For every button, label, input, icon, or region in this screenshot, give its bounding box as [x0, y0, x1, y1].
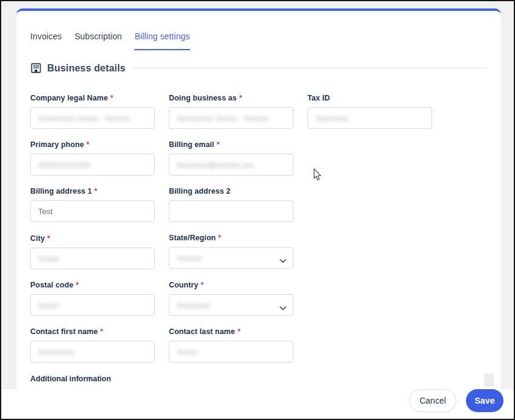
redacted-value: Xxxxxxxxx Xxxxx - Xxxxxx	[38, 114, 130, 123]
redacted-value: Xxxxx	[38, 301, 59, 310]
field-state-region: State/Region* Xxxxxx	[169, 234, 294, 269]
additional-information-label: Additional information	[30, 375, 111, 383]
field-billing-address-1: Billing address 1* Test	[30, 187, 155, 222]
redacted-value: Xxxxxxxx	[315, 114, 348, 123]
required-asterisk: *	[94, 187, 97, 195]
state-region-label: State/Region	[169, 234, 216, 242]
field-contact-first-name: Contact first name* Xxxxxxxxx	[30, 327, 155, 363]
field-billing-email: Billing email* xxxxxxxx@xxxxxx.xxx	[169, 140, 294, 176]
company-legal-name-input[interactable]: Xxxxxxxxx Xxxxx - Xxxxxx	[30, 107, 155, 129]
footer-bar: Cancel Save	[1, 389, 514, 419]
redacted-value: Xxxxxxxxx Xxxxx - Xxxxxx	[177, 114, 269, 123]
chevron-down-icon	[280, 256, 286, 265]
required-asterisk: *	[239, 94, 242, 102]
state-region-select[interactable]: Xxxxxx	[169, 247, 294, 269]
redacted-value: XXXXXXXXXX	[38, 160, 91, 169]
required-asterisk: *	[237, 327, 240, 336]
redacted-value: Xxxxxxxxx	[38, 347, 75, 356]
redacted-value: Xxxxxxxx	[177, 301, 209, 310]
save-button[interactable]: Save	[466, 389, 504, 412]
contact-first-name-input[interactable]: Xxxxxxxxx	[30, 341, 155, 363]
billing-email-label: Billing email	[169, 140, 214, 149]
billing-address-1-input[interactable]: Test	[30, 200, 155, 222]
contact-first-name-label: Contact first name	[30, 327, 98, 336]
primary-phone-input[interactable]: XXXXXXXXXX	[30, 154, 155, 176]
tab-bar: Invoices Subscription Billing settings	[30, 31, 190, 50]
field-primary-phone: Primary phone* XXXXXXXXXX	[30, 140, 155, 176]
billing-address-1-label: Billing address 1	[30, 187, 92, 195]
section-title: Business details	[47, 63, 125, 74]
section-divider	[133, 68, 487, 68]
company-legal-name-label: Company legal Name	[30, 94, 108, 102]
city-label: City	[30, 234, 45, 243]
contact-last-name-label: Contact last name	[169, 327, 235, 336]
required-asterisk: *	[201, 281, 204, 289]
required-asterisk: *	[218, 234, 221, 242]
field-doing-business-as: Doing business as* Xxxxxxxxx Xxxxx - Xxx…	[169, 94, 294, 129]
chevron-down-icon	[280, 303, 286, 312]
primary-phone-label: Primary phone	[30, 140, 84, 149]
redacted-value: Xxxxx	[38, 254, 59, 263]
doing-business-as-label: Doing business as	[169, 94, 237, 102]
redacted-value: Xxxxxx	[177, 254, 202, 263]
contact-last-name-input[interactable]: Xxxxx	[169, 341, 294, 363]
tab-billing-settings[interactable]: Billing settings	[134, 31, 189, 50]
building-icon	[30, 62, 42, 74]
scrollbar-thumb[interactable]	[484, 373, 494, 387]
tab-invoices[interactable]: Invoices	[30, 31, 62, 50]
redacted-value: Xxxxx	[177, 347, 198, 356]
field-company-legal-name: Company legal Name* Xxxxxxxxx Xxxxx - Xx…	[30, 94, 155, 129]
tax-id-input[interactable]: Xxxxxxxx	[307, 107, 432, 129]
required-asterisk: *	[100, 327, 103, 336]
field-postal-code: Postal code* Xxxxx	[30, 281, 155, 316]
required-asterisk: *	[217, 140, 220, 149]
required-asterisk: *	[76, 281, 79, 289]
field-billing-address-2: Billing address 2	[169, 187, 294, 222]
tab-subscription[interactable]: Subscription	[74, 31, 122, 50]
required-asterisk: *	[47, 234, 50, 243]
country-label: Country	[169, 281, 198, 289]
billing-address-2-label: Billing address 2	[169, 187, 231, 195]
billing-email-input[interactable]: xxxxxxxx@xxxxxx.xxx	[169, 154, 294, 176]
doing-business-as-input[interactable]: Xxxxxxxxx Xxxxx - Xxxxxx	[169, 107, 294, 129]
field-tax-id: Tax ID Xxxxxxxx	[307, 94, 432, 129]
field-country: Country* Xxxxxxxx	[169, 281, 294, 316]
redacted-value: xxxxxxxx@xxxxxx.xxx	[177, 160, 254, 169]
field-city: City* Xxxxx	[30, 234, 155, 269]
required-asterisk: *	[87, 140, 90, 149]
country-select[interactable]: Xxxxxxxx	[169, 294, 294, 316]
postal-code-input[interactable]: Xxxxx	[30, 294, 155, 316]
input-value: Test	[38, 207, 53, 216]
cancel-button[interactable]: Cancel	[409, 389, 456, 412]
required-asterisk: *	[110, 94, 113, 102]
billing-settings-screen: Invoices Subscription Billing settings B…	[0, 0, 515, 420]
field-contact-last-name: Contact last name* Xxxxx	[169, 327, 294, 363]
tax-id-label: Tax ID	[307, 94, 330, 102]
city-input[interactable]: Xxxxx	[30, 248, 155, 269]
business-details-header: Business details	[30, 62, 487, 74]
postal-code-label: Postal code	[30, 281, 73, 289]
billing-address-2-input[interactable]	[169, 200, 294, 222]
